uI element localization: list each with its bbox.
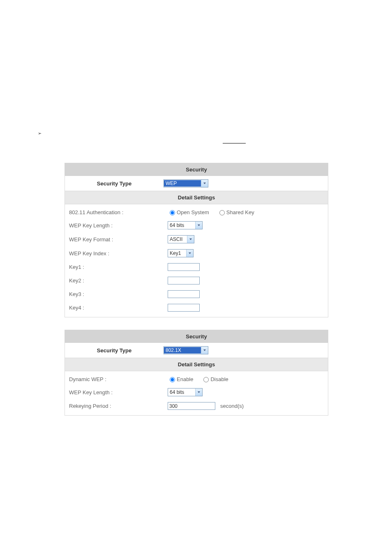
- key3-label: Key3 :: [65, 291, 168, 297]
- wep-key-format-select[interactable]: ASCII: [168, 235, 194, 243]
- chevron-down-icon: [203, 183, 206, 184]
- rekeying-period-label: Rekeying Period :: [65, 403, 168, 409]
- chevron-down-icon: [203, 349, 206, 351]
- wep-key-length-value: 64 bits: [168, 389, 195, 395]
- chevron-right-icon: ➢: [38, 131, 42, 136]
- key4-row: Key4 :: [65, 301, 328, 314]
- wep-key-index-label: WEP Key Index :: [65, 250, 168, 257]
- auth-open-label: Open System: [177, 209, 209, 215]
- underline-mark: [223, 143, 246, 143]
- rekeying-period-input[interactable]: [168, 402, 215, 410]
- chevron-down-icon: [198, 391, 200, 393]
- wep-key-length-row: WEP Key Length : 64 bits: [65, 385, 328, 399]
- key4-label: Key4 :: [65, 305, 168, 311]
- detail-settings-header: Detail Settings: [65, 191, 328, 204]
- dropdown-button[interactable]: [201, 180, 208, 187]
- dynamic-wep-label: Dynamic WEP :: [65, 376, 168, 382]
- key2-row: Key2 :: [65, 274, 328, 287]
- dropdown-button[interactable]: [186, 250, 193, 257]
- security-type-select[interactable]: WEP: [164, 179, 208, 187]
- key4-input[interactable]: [168, 304, 200, 312]
- security-header: Security: [65, 330, 328, 343]
- key2-label: Key2 :: [65, 278, 168, 284]
- auth-shared-label: Shared Key: [226, 209, 254, 215]
- wep-key-length-value: 64 bits: [168, 222, 195, 229]
- key3-input[interactable]: [168, 290, 200, 298]
- rekeying-period-row: Rekeying Period : second(s): [65, 399, 328, 413]
- wep-key-length-select[interactable]: 64 bits: [168, 388, 203, 396]
- wep-key-length-label: WEP Key Length :: [65, 389, 168, 395]
- detail-settings-header: Detail Settings: [65, 358, 328, 371]
- dropdown-button[interactable]: [201, 347, 208, 354]
- auth-label: 802.11 Authentication :: [65, 209, 168, 215]
- security-type-label: Security Type: [65, 347, 164, 354]
- wep-key-length-label: WEP Key Length :: [65, 222, 168, 229]
- security-type-select[interactable]: 802.1X: [164, 346, 208, 354]
- dropdown-button[interactable]: [195, 222, 202, 229]
- chevron-down-icon: [189, 238, 192, 240]
- key1-row: Key1 :: [65, 260, 328, 274]
- security-panel-wep: Security Security Type WEP Detail Settin…: [65, 163, 328, 317]
- dynamic-wep-enable-radio[interactable]: [170, 377, 175, 382]
- wep-key-format-row: WEP Key Format : ASCII: [65, 232, 328, 246]
- disable-label: Disable: [210, 376, 228, 382]
- wep-key-format-label: WEP Key Format :: [65, 236, 168, 243]
- auth-shared-radio[interactable]: [219, 210, 225, 215]
- auth-open-radio[interactable]: [170, 210, 175, 215]
- wep-key-index-row: WEP Key Index : Key1: [65, 246, 328, 260]
- security-type-row: Security Type 802.1X: [65, 343, 328, 358]
- wep-key-length-row: WEP Key Length : 64 bits: [65, 218, 328, 232]
- rekeying-period-unit: second(s): [220, 403, 244, 409]
- security-type-value: WEP: [164, 180, 201, 187]
- wep-key-index-select[interactable]: Key1: [168, 249, 194, 257]
- security-type-value: 802.1X: [164, 347, 201, 354]
- dropdown-button[interactable]: [195, 388, 202, 396]
- security-header: Security: [65, 163, 328, 176]
- security-type-row: Security Type WEP: [65, 176, 328, 191]
- dynamic-wep-disable-option[interactable]: Disable: [201, 376, 228, 382]
- auth-row: 802.11 Authentication : Open System Shar…: [65, 206, 328, 218]
- bullet-arrow: ➢: [38, 130, 42, 136]
- key1-label: Key1 :: [65, 264, 168, 270]
- dynamic-wep-row: Dynamic WEP : Enable Disable: [65, 373, 328, 385]
- wep-key-length-select[interactable]: 64 bits: [168, 221, 203, 229]
- dynamic-wep-enable-option[interactable]: Enable: [168, 376, 193, 382]
- security-panel-8021x: Security Security Type 802.1X Detail Set…: [65, 330, 328, 416]
- key2-input[interactable]: [168, 277, 200, 284]
- enable-label: Enable: [177, 376, 193, 382]
- wep-key-format-value: ASCII: [168, 236, 187, 243]
- chevron-down-icon: [198, 224, 200, 226]
- wep-key-index-value: Key1: [168, 250, 186, 257]
- security-type-label: Security Type: [65, 180, 164, 187]
- key1-input[interactable]: [168, 263, 200, 271]
- chevron-down-icon: [189, 252, 191, 254]
- dropdown-button[interactable]: [187, 236, 194, 243]
- auth-open-system-option[interactable]: Open System: [168, 209, 209, 215]
- key3-row: Key3 :: [65, 287, 328, 301]
- dynamic-wep-disable-radio[interactable]: [203, 377, 209, 382]
- auth-shared-key-option[interactable]: Shared Key: [217, 209, 254, 215]
